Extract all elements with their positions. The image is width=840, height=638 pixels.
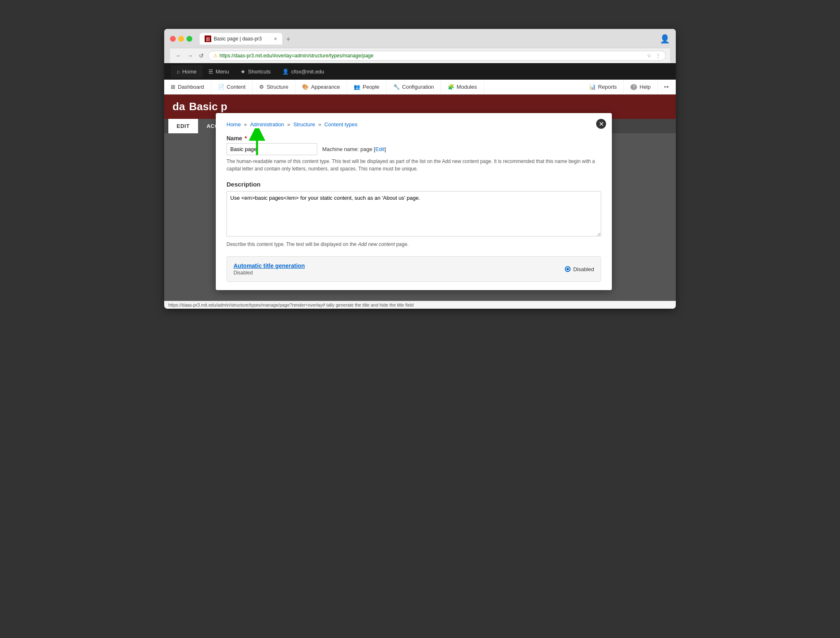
nav-user[interactable]: 👤 cfox@mit.edu bbox=[276, 65, 330, 78]
breadcrumb-sep-2: » bbox=[287, 121, 292, 128]
breadcrumb-administration[interactable]: Administration bbox=[250, 121, 284, 128]
description-label: Description bbox=[227, 181, 601, 188]
nav-people[interactable]: 👥 People bbox=[347, 80, 386, 94]
config-icon: 🔧 bbox=[393, 84, 400, 90]
menu-icon: ☰ bbox=[208, 69, 213, 75]
nav-shortcuts-label: Shortcuts bbox=[248, 69, 271, 75]
address-url: https://daas-pr3.mit.edu/#overlay=admin/… bbox=[219, 53, 373, 59]
active-tab[interactable]: ||| Basic page | daas-pr3 ✕ bbox=[200, 33, 282, 45]
modules-icon: 🧩 bbox=[448, 84, 454, 90]
refresh-button[interactable]: ↺ bbox=[197, 52, 205, 60]
tab-close-button[interactable]: ✕ bbox=[274, 36, 277, 42]
breadcrumb-sep-3: » bbox=[318, 121, 323, 128]
nav-people-label: People bbox=[363, 84, 379, 90]
bookmark-icon[interactable]: ☆ bbox=[647, 53, 651, 59]
page-title-partial: Basic p bbox=[189, 100, 227, 113]
structure-icon: ⚙ bbox=[259, 84, 264, 90]
nav-user-label: cfox@mit.edu bbox=[291, 69, 324, 75]
nav-modules[interactable]: 🧩 Modules bbox=[441, 80, 484, 94]
back-button[interactable]: ← bbox=[174, 52, 183, 60]
close-window-button[interactable] bbox=[170, 36, 176, 42]
maximize-window-button[interactable] bbox=[186, 36, 192, 42]
nav-menu-label: Menu bbox=[216, 69, 229, 75]
nav-help-label: Help bbox=[639, 84, 651, 90]
content-icon: 📄 bbox=[218, 84, 224, 90]
nav-structure[interactable]: ⚙ Structure bbox=[252, 80, 295, 94]
nav-home[interactable]: ⌂ Home bbox=[171, 65, 203, 78]
close-icon: ✕ bbox=[599, 120, 604, 128]
nav-configuration-label: Configuration bbox=[402, 84, 434, 90]
auto-title-right: Disabled bbox=[565, 266, 594, 272]
modal-close-button[interactable]: ✕ bbox=[595, 118, 607, 130]
nav-reports-label: Reports bbox=[598, 84, 617, 90]
nav-content[interactable]: 📄 Content bbox=[211, 80, 253, 94]
nav-reports[interactable]: 📊 Reports bbox=[583, 80, 624, 94]
browser-profile-icon[interactable]: 👤 bbox=[660, 34, 670, 43]
admin-top-nav: ⌂ Home ☰ Menu ★ Shortcuts 👤 cfox@mit.edu bbox=[164, 63, 676, 80]
new-tab-button[interactable]: + bbox=[283, 34, 293, 45]
breadcrumb: Home » Administration » Structure » Cont… bbox=[227, 121, 601, 128]
nav-modules-label: Modules bbox=[457, 84, 477, 90]
name-label: Name * bbox=[227, 135, 601, 142]
home-icon: ⌂ bbox=[177, 69, 180, 75]
name-help-text: The human-readable name of this content … bbox=[227, 158, 601, 172]
appearance-icon: 🎨 bbox=[302, 84, 309, 90]
dashboard-icon: ⊞ bbox=[171, 84, 175, 90]
tab-edit[interactable]: EDIT bbox=[168, 119, 198, 133]
nav-content-label: Content bbox=[227, 84, 246, 90]
auto-title-link[interactable]: Automatic title generation bbox=[234, 262, 305, 269]
admin-secondary-nav: ⊞ Dashboard 📄 Content ⚙ Structure 🎨 Appe… bbox=[164, 80, 676, 95]
status-bar: https://daas-pr3.mit.edu/admin/structure… bbox=[164, 301, 676, 309]
auto-title-status: Disabled bbox=[234, 270, 305, 276]
sidebar-toggle-icon: ↦ bbox=[664, 84, 669, 90]
user-icon: 👤 bbox=[282, 69, 289, 75]
description-help-text: Describe this content type. The text wil… bbox=[227, 241, 601, 248]
address-bar[interactable]: ⚠ https://daas-pr3.mit.edu/#overlay=admi… bbox=[208, 51, 666, 61]
nav-dashboard-label: Dashboard bbox=[178, 84, 204, 90]
help-icon: ? bbox=[630, 84, 637, 90]
nav-shortcuts[interactable]: ★ Shortcuts bbox=[235, 65, 276, 78]
people-icon: 👥 bbox=[354, 84, 360, 90]
nav-appearance[interactable]: 🎨 Appearance bbox=[295, 80, 347, 94]
tab-edit-label: EDIT bbox=[177, 123, 190, 129]
nav-home-label: Home bbox=[182, 69, 197, 75]
description-textarea[interactable]: Use <em>basic pages</em> for your static… bbox=[227, 191, 601, 236]
required-star: * bbox=[243, 135, 247, 142]
tab-favicon: ||| bbox=[205, 35, 211, 42]
address-menu-icon[interactable]: ⋮ bbox=[656, 53, 661, 59]
auto-title-left: Automatic title generation Disabled bbox=[234, 262, 305, 276]
nav-structure-label: Structure bbox=[267, 84, 288, 90]
reports-icon: 📊 bbox=[589, 84, 596, 90]
edit-modal: ✕ Home » Administration » Structure » Co… bbox=[216, 113, 612, 290]
tab-title: Basic page | daas-pr3 bbox=[214, 36, 262, 42]
breadcrumb-sep-1: » bbox=[244, 121, 248, 128]
breadcrumb-home[interactable]: Home bbox=[227, 121, 241, 128]
minimize-window-button[interactable] bbox=[178, 36, 184, 42]
forward-button[interactable]: → bbox=[186, 52, 195, 60]
disabled-radio[interactable] bbox=[565, 266, 571, 272]
nav-help[interactable]: ? Help bbox=[624, 80, 658, 94]
nav-menu[interactable]: ☰ Menu bbox=[203, 65, 235, 78]
breadcrumb-content-types[interactable]: Content types bbox=[324, 121, 357, 128]
name-form-group: Name * Machine name: page [Edit] The hum… bbox=[227, 135, 601, 172]
auto-title-section: Automatic title generation Disabled Disa… bbox=[227, 256, 601, 282]
nav-appearance-label: Appearance bbox=[311, 84, 340, 90]
shortcuts-icon: ★ bbox=[241, 69, 245, 75]
breadcrumb-structure[interactable]: Structure bbox=[293, 121, 315, 128]
machine-name-text: Machine name: page [Edit] bbox=[322, 146, 386, 152]
name-input[interactable] bbox=[227, 143, 317, 155]
description-form-group: Description Use <em>basic pages</em> for… bbox=[227, 181, 601, 248]
disabled-label: Disabled bbox=[573, 266, 594, 272]
status-bar-url: https://daas-pr3.mit.edu/admin/structure… bbox=[168, 302, 414, 307]
collapse-sidebar-button[interactable]: ↦ bbox=[658, 80, 676, 94]
page-bg-title: da bbox=[172, 100, 185, 113]
nav-configuration[interactable]: 🔧 Configuration bbox=[387, 80, 441, 94]
https-warning-icon: ⚠ bbox=[213, 53, 218, 59]
machine-name-edit-link[interactable]: Edit bbox=[375, 146, 385, 152]
nav-dashboard[interactable]: ⊞ Dashboard bbox=[164, 80, 211, 94]
